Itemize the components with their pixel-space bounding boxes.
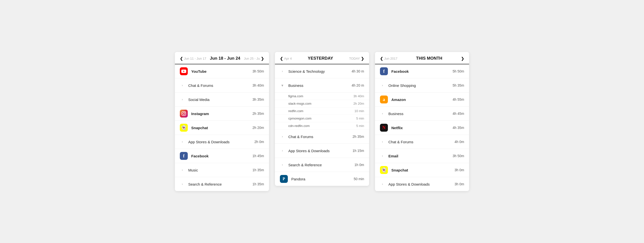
list-item[interactable]: ›Music1h 35m: [175, 163, 269, 177]
item-time: 4h 30 m: [352, 69, 364, 73]
list-item[interactable]: ›Online Shopping5h 35m: [375, 78, 469, 93]
item-time: 5h 50m: [452, 69, 464, 73]
item-label: Search & Reference: [188, 182, 252, 186]
list-item[interactable]: ›Email3h 50m: [375, 149, 469, 163]
list-item[interactable]: ›App Stores & Downloads1h 15m: [275, 144, 369, 158]
panel-header: ❮Jun 2017THIS MONTH❯: [375, 52, 469, 64]
list-item[interactable]: fFacebook1h 45m: [175, 149, 269, 163]
sub-label: figma.com: [288, 94, 354, 98]
item-time: 1h 45m: [252, 154, 264, 158]
item-time: 3h 0m: [454, 182, 464, 186]
item-time: 4h 20 m: [352, 83, 364, 87]
item-time: 2h 20m: [252, 126, 264, 130]
item-time: 4h 45m: [452, 112, 464, 116]
sub-item[interactable]: cpmoregon.com5 min: [275, 115, 369, 122]
chevron-right-icon: ›: [280, 147, 285, 155]
instagram-icon: [180, 110, 188, 118]
next-label: Jun 25 - Ju: [244, 57, 260, 60]
list-item[interactable]: 👻Snapchat3h 0m: [375, 163, 469, 177]
next-arrow[interactable]: ❯: [361, 56, 364, 61]
list-item[interactable]: ▼Business4h 20 m: [275, 78, 369, 93]
prev-label: Jun 2017: [384, 57, 398, 60]
chevron-right-icon: ›: [280, 161, 285, 169]
list-item[interactable]: 👻Snapchat2h 20m: [175, 121, 269, 135]
sub-time: 10 min: [354, 109, 364, 113]
list-item[interactable]: ›Chat & Forums4h 0m: [375, 135, 469, 149]
list-item[interactable]: ›Business4h 45m: [375, 107, 469, 121]
prev-arrow[interactable]: ❮: [380, 56, 383, 61]
chevron-right-icon: ›: [180, 81, 185, 89]
header-left-area: ❮Apr 4: [280, 56, 292, 61]
header-title: THIS MONTH: [416, 56, 442, 61]
item-time: 1h 35m: [252, 168, 264, 172]
item-label: App Stores & Downloads: [288, 149, 352, 153]
item-label: App Stores & Downloads: [188, 140, 254, 144]
list-item[interactable]: NNetflix4h 35m: [375, 121, 469, 135]
youtube-icon: [180, 67, 188, 75]
list-item[interactable]: ›App Stores & Downloads3h 0m: [375, 177, 469, 191]
list-item[interactable]: ›Chat & Forums2h 35m: [275, 130, 369, 144]
svg-point-1: [183, 113, 185, 115]
item-label: Pandora: [291, 177, 354, 181]
header-left-area: ❮Jun 2017: [380, 56, 398, 61]
sub-time: 2h 20m: [354, 102, 364, 105]
item-label: Online Shopping: [388, 83, 452, 88]
chevron-right-icon: ›: [380, 110, 385, 118]
item-label: YouTube: [191, 69, 252, 73]
item-time: 4h 35m: [452, 126, 464, 130]
panel-header: ❮Jun 11 - Jun 17Jun 18 - Jun 24Jun 25 - …: [175, 52, 269, 64]
sub-label: cpmoregon.com: [288, 117, 356, 120]
amazon-icon: a: [380, 95, 388, 103]
sub-item[interactable]: cdn-redfin.com5 min: [275, 122, 369, 130]
header-title: Jun 18 - Jun 24: [210, 56, 240, 61]
panels-container: ❮Jun 11 - Jun 17Jun 18 - Jun 24Jun 25 - …: [165, 42, 479, 201]
panel-header: ❮Apr 4YESTERDAYTODAY❯: [275, 52, 369, 64]
chevron-right-icon: ›: [380, 81, 385, 89]
chevron-down-icon: ▼: [280, 81, 285, 89]
list-item[interactable]: YouTube3h 50m: [175, 64, 269, 78]
list-item[interactable]: ›App Stores & Downloads2h 0m: [175, 135, 269, 149]
item-label: Amazon: [391, 97, 452, 102]
item-label: App Stores & Downloads: [388, 182, 454, 186]
snapchat-icon: 👻: [380, 166, 388, 174]
prev-label: Jun 11 - Jun 17: [184, 57, 206, 60]
sub-label: cdn-redfin.com: [288, 124, 356, 128]
list-item[interactable]: ›Science & Technology4h 30 m: [275, 64, 369, 78]
list-item[interactable]: ›Chat & Forums3h 40m: [175, 78, 269, 93]
facebook-icon: f: [180, 152, 188, 160]
item-label: Search & Reference: [288, 163, 354, 167]
header-left-area: ❮Jun 11 - Jun 17: [180, 56, 206, 61]
pandora-icon: P: [280, 175, 288, 183]
prev-arrow[interactable]: ❮: [280, 56, 283, 61]
sub-time: 3h 40m: [354, 94, 364, 98]
item-time: 2h 35m: [352, 135, 364, 139]
list-item[interactable]: ›Social Media3h 35m: [175, 93, 269, 107]
next-arrow[interactable]: ❯: [461, 56, 464, 61]
sub-time: 5 min: [356, 117, 364, 120]
list-item[interactable]: PPandora50 min: [275, 172, 369, 186]
item-label: Social Media: [188, 97, 252, 102]
chevron-right-icon: ›: [380, 152, 385, 160]
prev-arrow[interactable]: ❮: [180, 56, 183, 61]
item-label: Business: [388, 112, 452, 116]
item-time: 1h 0m: [354, 163, 364, 167]
list-item[interactable]: fFacebook5h 50m: [375, 64, 469, 78]
item-time: 1h 15m: [352, 149, 364, 153]
next-label: TODAY: [349, 57, 360, 60]
prev-label: Apr 4: [284, 57, 292, 60]
next-arrow[interactable]: ❯: [261, 56, 264, 61]
list-item[interactable]: ›Search & Reference1h 35m: [175, 177, 269, 191]
list-item[interactable]: Instagram2h 35m: [175, 107, 269, 121]
item-label: Snapchat: [191, 126, 252, 130]
snapchat-icon: 👻: [180, 124, 188, 132]
list-item[interactable]: aAmazon4h 55m: [375, 93, 469, 107]
panel-list: fFacebook5h 50m›Online Shopping5h 35maAm…: [375, 64, 469, 191]
item-time: 4h 0m: [454, 140, 464, 144]
sub-item[interactable]: redfin.com10 min: [275, 107, 369, 115]
sub-label: redfin.com: [288, 109, 354, 113]
item-label: Chat & Forums: [188, 83, 252, 88]
sub-item[interactable]: slack-msgs.com2h 20m: [275, 100, 369, 107]
sub-item[interactable]: figma.com3h 40m: [275, 93, 369, 100]
item-time: 3h 50m: [252, 69, 264, 73]
list-item[interactable]: ›Search & Reference1h 0m: [275, 158, 369, 172]
